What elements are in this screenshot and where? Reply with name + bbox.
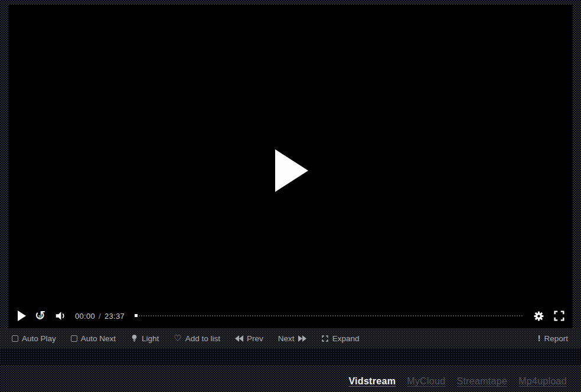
player-toolbar: Auto Play Auto Next Light ♡ Add to list … (0, 328, 581, 348)
expand-label: Expand (332, 334, 360, 343)
add-to-list-button[interactable]: ♡ Add to list (174, 334, 220, 343)
time-duration: 23:37 (105, 312, 125, 321)
lightbulb-icon (130, 334, 138, 342)
report-label: Report (544, 334, 568, 343)
auto-next-toggle[interactable]: Auto Next (71, 334, 116, 343)
prev-episode-button[interactable]: Prev (235, 334, 263, 343)
progress-track (135, 315, 523, 316)
next-episode-button[interactable]: Next (278, 334, 306, 343)
auto-play-toggle[interactable]: Auto Play (12, 334, 56, 343)
time-display: 00:00 / 23:37 (75, 312, 125, 321)
player-control-bar: ↺ 10 00:00 / 23:37 (8, 303, 573, 328)
page-gap (0, 348, 581, 365)
prev-icon (235, 335, 243, 342)
server-mycloud[interactable]: MyCloud (407, 376, 445, 387)
rewind-10-button[interactable]: ↺ 10 (34, 309, 47, 323)
next-icon (298, 335, 306, 342)
expand-button[interactable]: Expand (321, 334, 360, 343)
time-current: 00:00 (75, 312, 95, 321)
fullscreen-icon (553, 309, 566, 322)
progress-handle[interactable] (135, 314, 138, 317)
next-label: Next (278, 334, 295, 343)
big-play-icon[interactable] (275, 149, 308, 192)
settings-button[interactable] (533, 310, 545, 322)
fullscreen-button[interactable] (553, 309, 566, 322)
auto-play-label: Auto Play (22, 334, 56, 343)
rewind-seconds-label: 10 (38, 315, 43, 318)
add-to-list-label: Add to list (185, 334, 220, 343)
volume-button[interactable] (54, 309, 67, 322)
server-vidstream[interactable]: Vidstream (348, 376, 396, 387)
gear-icon (533, 310, 545, 322)
expand-icon (321, 335, 329, 342)
play-button[interactable] (18, 311, 26, 321)
video-player[interactable]: ↺ 10 00:00 / 23:37 (8, 5, 573, 328)
time-separator: / (99, 312, 101, 321)
heart-icon: ♡ (174, 335, 181, 342)
auto-next-label: Auto Next (81, 334, 116, 343)
progress-bar[interactable] (135, 312, 523, 319)
server-select-panel: Vidstream MyCloud Streamtape Mp4upload (6, 365, 581, 392)
auto-next-checkbox[interactable] (71, 335, 77, 342)
report-button[interactable]: ! Report (538, 334, 568, 343)
prev-label: Prev (247, 334, 263, 343)
light-button[interactable]: Light (130, 334, 159, 343)
volume-icon (54, 309, 67, 322)
light-label: Light (142, 334, 159, 343)
auto-play-checkbox[interactable] (12, 335, 18, 342)
play-icon (18, 311, 26, 321)
server-streamtape[interactable]: Streamtape (456, 376, 507, 387)
server-mp4upload[interactable]: Mp4upload (518, 376, 567, 387)
report-icon: ! (538, 334, 541, 343)
